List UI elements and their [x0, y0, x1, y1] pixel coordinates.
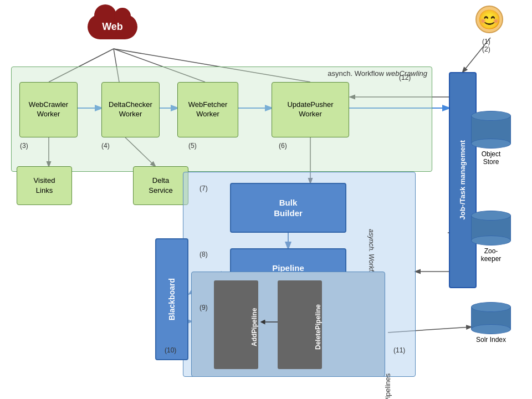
number-12: (12) [399, 74, 411, 81]
updatepusher-worker: UpdatePusherWorker [272, 82, 349, 137]
web-cloud: Web [82, 4, 143, 49]
number-7: (7) [200, 185, 208, 192]
add-pipeline: AddPipeline [214, 280, 258, 369]
object-store-label: ObjectStore [471, 150, 511, 166]
web-label: Web [102, 21, 123, 33]
person-icon [475, 6, 503, 33]
number-3: (3) [20, 142, 28, 150]
solr-index-label: Solr Index [471, 336, 511, 344]
bulk-builder: BulkBuilder [230, 183, 346, 233]
number-8: (8) [200, 250, 208, 258]
blackboard: Blackboard [155, 238, 188, 360]
number-9: (9) [200, 304, 208, 311]
solr-index: Solr Index [471, 302, 511, 344]
delta-service: DeltaService [133, 166, 188, 205]
number-5: (5) [188, 142, 197, 150]
number-11: (11) [393, 346, 405, 354]
number-4: (4) [101, 142, 110, 150]
pipelines-box: Pipelines AddPipeline DeletePipeline [191, 272, 385, 377]
webcrawler-worker: WebCrawlerWorker [19, 82, 78, 137]
number-10: (10) [165, 346, 176, 354]
webfetcher-worker: WebFetcherWorker [177, 82, 238, 137]
visited-links: VisitedLinks [17, 166, 72, 205]
delete-pipeline: DeletePipeline [278, 280, 322, 369]
object-store: ObjectStore [471, 111, 511, 166]
pipeline-arrow [258, 316, 280, 328]
number-6: (6) [279, 142, 287, 150]
webcrawling-label: asynch. Workflow webCrawling [328, 69, 427, 78]
zookeeper: Zoo-keeper [471, 211, 511, 263]
number-1: (1) [482, 38, 490, 45]
deltachecker-worker: DeltaCheckerWorker [101, 82, 160, 137]
number-2: (2) [482, 45, 490, 53]
pipelines-label: Pipelines [383, 374, 392, 399]
architecture-diagram: Web asynch. Workflow webCrawling WebCraw… [0, 0, 532, 399]
zookeeper-label: Zoo-keeper [471, 247, 511, 263]
